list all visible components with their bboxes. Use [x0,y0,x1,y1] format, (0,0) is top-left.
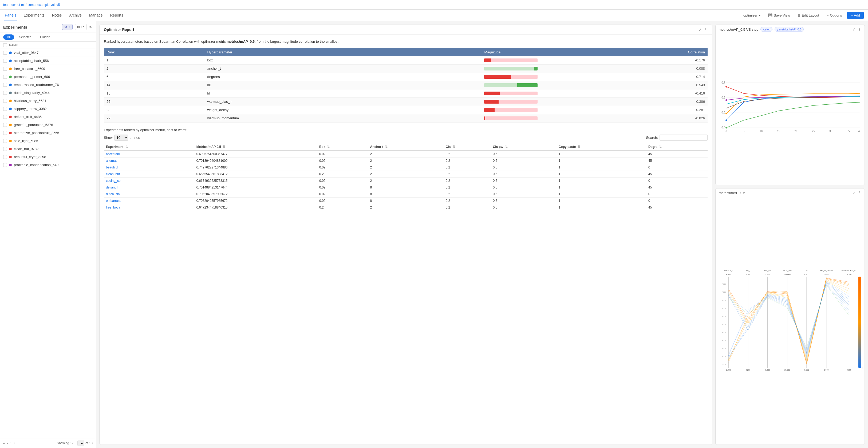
expand-parallel-chart-icon[interactable]: ⤢ [852,190,856,195]
exp-link-cell[interactable]: alternati [104,157,194,164]
exp-link-cell[interactable]: defiant_f [104,184,194,190]
exp-link-cell[interactable]: dutch_sin [104,190,194,197]
last-page-button[interactable]: » [13,441,16,445]
exp-checkbox[interactable] [3,147,7,151]
svg-text:16.000: 16.000 [784,369,790,371]
exp-checkbox[interactable] [3,51,7,55]
exp-table-col-header[interactable]: Metrics/mAP 0.5 ⇅ [194,143,317,151]
visibility-button[interactable]: 👁 [89,25,93,29]
exp-checkbox[interactable] [3,131,7,135]
filter-button[interactable]: ⚙ 1 [62,24,72,30]
exp-link-cell[interactable]: beautiful [104,164,194,171]
experiment-list-item[interactable]: graceful_porcupine_5376 [0,121,96,129]
experiment-list-item[interactable]: free_bocaccio_5609 [0,65,96,73]
correlation-table-row: 15 lrf -0.416 [104,89,708,97]
experiment-list-item[interactable]: defiant_fruit_4485 [0,113,96,121]
exp-link-cell[interactable]: acceptabl [104,151,194,157]
expand-icon[interactable]: ⤢ [699,28,702,32]
experiment-list-item[interactable]: acceptable_shark_556 [0,57,96,65]
tab-hidden[interactable]: Hidden [36,34,54,40]
exp-table-col-header[interactable]: Experiment ⇅ [104,143,194,151]
exp-table-col-header[interactable]: Cls pw ⇅ [491,143,557,151]
exp-link[interactable]: dutch_sin [106,192,120,196]
experiment-list-item[interactable]: embarrassed_roadrunner_76 [0,81,96,89]
exp-link-cell[interactable]: embarrass [104,197,194,204]
breadcrumb-project[interactable]: comet-example-yolov5 [28,3,60,7]
more-parallel-chart-icon[interactable]: ⋮ [858,190,861,195]
metrics-cell: 0.7014884213147644 [194,184,317,190]
save-view-button[interactable]: 💾 Save View [766,12,792,19]
exp-link[interactable]: embarrass [106,199,121,203]
exp-checkbox[interactable] [3,99,7,103]
exp-link-cell[interactable]: cooing_co [104,177,194,184]
experiment-list-item[interactable]: slippery_shrew_3082 [0,105,96,113]
experiment-list-item[interactable]: vital_otter_9647 [0,49,96,57]
experiment-list-item[interactable]: permanent_primer_606 [0,73,96,81]
exp-link[interactable]: beautiful [106,166,118,169]
options-button[interactable]: ≡ Options [825,12,844,19]
copy-paste-cell: 1 [557,190,646,197]
breadcrumb-team[interactable]: team-comet-ml [3,3,25,7]
exp-link-cell[interactable]: clean_nut [104,171,194,177]
correlation-cell: -0.416 [540,89,708,97]
tab-manage[interactable]: Manage [89,10,103,21]
first-page-button[interactable]: « [3,441,5,445]
more-icon[interactable]: ⋮ [704,28,708,32]
exp-checkbox[interactable] [3,83,7,87]
exp-link[interactable]: alternati [106,159,118,162]
tab-experiments[interactable]: Experiments [23,10,45,21]
exp-link[interactable]: defiant_f [106,185,118,189]
exp-link[interactable]: cooing_co [106,179,121,183]
experiment-list-item[interactable]: clean_nut_9782 [0,145,96,153]
next-page-button[interactable]: › [10,441,11,445]
exp-checkbox[interactable] [3,123,7,127]
exp-link[interactable]: free_boca [106,206,120,209]
tab-archive[interactable]: Archive [69,10,82,21]
tab-notes[interactable]: Notes [52,10,62,21]
experiment-list-item[interactable]: alternative_passionfruit_3555 [0,129,96,137]
options-label: Options [830,13,842,17]
search-input[interactable] [659,135,708,141]
entries-select[interactable]: 102550100 [114,135,128,141]
edit-layout-button[interactable]: ⊞ Edit Layout [796,12,821,19]
exp-checkbox[interactable] [3,163,7,167]
exp-checkbox[interactable] [3,59,7,63]
experiment-list-item[interactable]: hilarious_berry_5631 [0,97,96,105]
exp-checkbox[interactable] [3,75,7,79]
correlation-col-header: Correlation [540,48,708,56]
exp-table-col-header[interactable]: Copy paste ⇅ [557,143,646,151]
experiment-list-item[interactable]: profitable_condensation_6439 [0,161,96,169]
prev-page-button[interactable]: ‹ [7,441,8,445]
exp-table-col-header[interactable]: Anchor t ⇅ [368,143,444,151]
exp-checkbox[interactable] [3,91,7,95]
showing-select[interactable] [78,441,84,446]
exp-checkbox[interactable] [3,67,7,71]
select-all-checkbox[interactable] [3,43,7,47]
exp-table-col-header[interactable]: Cls ⇅ [444,143,491,151]
exp-name-label: vital_otter_9647 [14,51,39,55]
add-button[interactable]: + Add [847,12,864,19]
experiment-list-item[interactable]: dutch_singularity_4044 [0,89,96,97]
svg-text:128.000: 128.000 [784,274,790,275]
tab-panels[interactable]: Panels [4,10,17,21]
svg-text:2.500: 2.500 [722,364,726,365]
exp-checkbox[interactable] [3,115,7,119]
show-entries: Show 102550100 entries [104,135,140,141]
optimizer-button[interactable]: optimizer ▾ [741,12,763,19]
exp-table-col-header[interactable]: Box ⇅ [317,143,368,151]
experiment-list-item[interactable]: sole_light_5085 [0,137,96,145]
expand-line-chart-icon[interactable]: ⤢ [852,27,856,31]
columns-button[interactable]: ⊞ 15 [75,24,87,30]
exp-checkbox[interactable] [3,107,7,111]
more-line-chart-icon[interactable]: ⋮ [858,27,861,31]
exp-link-cell[interactable]: free_boca [104,204,194,211]
exp-checkbox[interactable] [3,155,7,159]
experiment-list-item[interactable]: beautiful_crypt_3298 [0,153,96,161]
exp-table-col-header[interactable]: Degre ⇅ [646,143,708,151]
tab-reports[interactable]: Reports [110,10,124,21]
exp-link[interactable]: clean_nut [106,172,120,176]
tab-all[interactable]: All [3,34,14,40]
exp-checkbox[interactable] [3,139,7,143]
tab-selected[interactable]: Selected [15,34,35,40]
exp-link[interactable]: acceptabl [106,152,120,156]
